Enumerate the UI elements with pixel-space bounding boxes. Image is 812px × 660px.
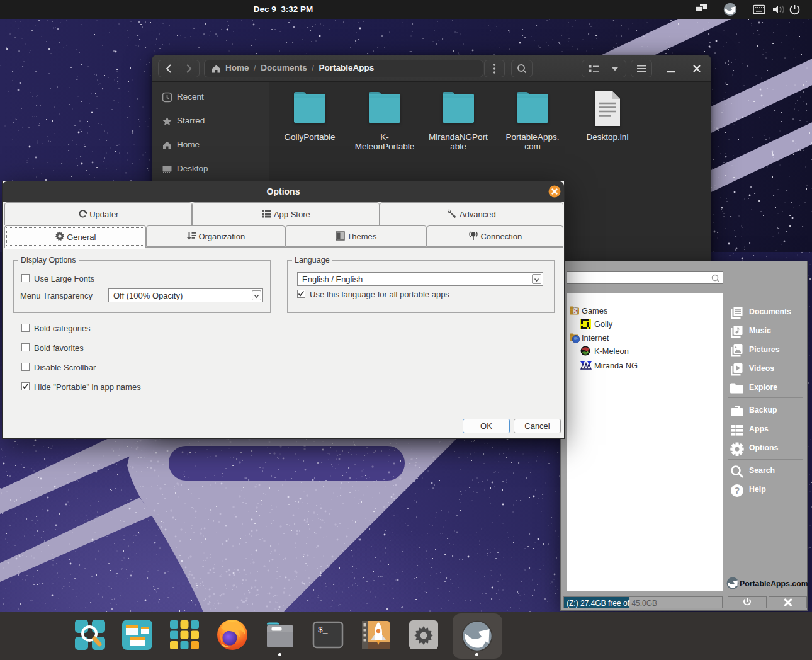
svg-text:$_: $_ (318, 625, 328, 635)
svg-text:?: ? (735, 486, 740, 496)
